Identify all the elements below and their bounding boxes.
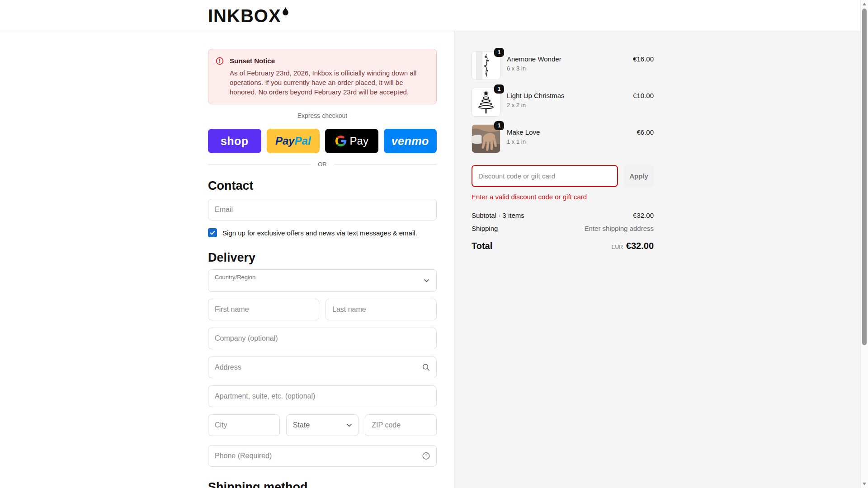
state-label: State <box>293 421 310 429</box>
quantity-badge: 1 <box>494 48 504 57</box>
subtotal-label: Subtotal · 3 items <box>472 211 524 220</box>
item-price: €10.00 <box>633 91 654 100</box>
discount-code-input[interactable] <box>472 165 618 187</box>
inkbox-logo[interactable]: INKBOX <box>208 6 288 25</box>
quantity-badge: 1 <box>494 84 504 94</box>
shop-pay-button[interactable]: shop <box>208 129 261 153</box>
item-title: Anemone Wonder <box>507 55 561 63</box>
delivery-heading: Delivery <box>208 250 437 265</box>
express-checkout-buttons: shop PayPal Pay venmo <box>208 129 437 153</box>
notice-text: As of February 23rd, 2026, Inkbox is off… <box>230 68 431 97</box>
venmo-button[interactable]: venmo <box>384 129 437 153</box>
express-checkout-label: Express checkout <box>208 112 437 120</box>
paypal-button[interactable]: PayPal <box>267 129 320 153</box>
chevron-down-icon <box>346 422 353 429</box>
warning-icon <box>216 57 224 97</box>
venmo-wordmark: venmo <box>392 135 429 148</box>
item-title: Light Up Christmas <box>507 91 565 100</box>
total-value: €32.00 <box>626 241 654 251</box>
state-select[interactable]: State <box>286 414 359 436</box>
item-price: €6.00 <box>637 128 654 136</box>
help-icon[interactable]: ? <box>422 452 430 460</box>
marketing-optin-checkbox[interactable] <box>208 228 217 237</box>
svg-text:?: ? <box>425 453 428 458</box>
paypal-wordmark: Pay <box>275 135 295 147</box>
subtotal-value: €32.00 <box>633 211 654 220</box>
cart-item: 1 Make Love €6.00 1 x 1 in <box>472 124 654 153</box>
item-title: Make Love <box>507 128 540 136</box>
search-icon <box>422 363 430 372</box>
item-size: 2 x 2 in <box>507 102 654 108</box>
zip-code-input[interactable] <box>365 414 437 436</box>
contact-heading: Contact <box>208 178 437 193</box>
chevron-down-icon <box>423 277 430 284</box>
google-pay-button[interactable]: Pay <box>325 129 378 153</box>
sunset-notice-banner: Sunset Notice As of February 23rd, 2026,… <box>208 49 437 104</box>
company-input[interactable] <box>208 328 437 349</box>
scrollbar-thumb[interactable] <box>862 9 867 345</box>
country-region-label: Country/Region <box>215 274 255 281</box>
item-size: 1 x 1 in <box>507 138 654 145</box>
gpay-wordmark: Pay <box>350 135 368 147</box>
order-summary-panel: 1 Anemone Wonder €16.00 6 x 3 in <box>454 31 860 488</box>
shop-pay-wordmark: shop <box>221 135 249 148</box>
apply-discount-button[interactable]: Apply <box>624 165 654 187</box>
total-label: Total <box>472 241 492 251</box>
or-label: OR <box>318 161 327 168</box>
discount-error-message: Enter a valid discount code or gift card <box>472 192 654 201</box>
inkbox-logo-text: INKBOX <box>208 6 281 25</box>
country-region-select[interactable]: Country/Region <box>208 269 437 292</box>
address-input[interactable] <box>208 357 437 378</box>
first-name-input[interactable] <box>208 299 319 320</box>
checkout-main-panel: Sunset Notice As of February 23rd, 2026,… <box>0 31 454 488</box>
shipping-value: Enter shipping address <box>585 224 654 233</box>
ink-drop-icon <box>283 7 288 17</box>
or-divider: OR <box>208 160 437 168</box>
scrollbar-up-arrow[interactable] <box>863 3 866 5</box>
shipping-method-heading: Shipping method <box>208 479 437 488</box>
scrollbar-down-arrow[interactable] <box>863 483 866 485</box>
cart-item: 1 Light Up Christmas €10.00 2 x 2 in <box>472 88 654 117</box>
email-input[interactable] <box>208 199 437 221</box>
quantity-badge: 1 <box>494 121 504 130</box>
divider-line <box>208 164 311 164</box>
divider-line <box>334 164 437 164</box>
cart-item: 1 Anemone Wonder €16.00 6 x 3 in <box>472 51 654 80</box>
apartment-input[interactable] <box>208 385 437 407</box>
notice-title: Sunset Notice <box>230 56 431 65</box>
city-input[interactable] <box>208 414 280 436</box>
google-g-icon <box>335 135 347 147</box>
currency-code: EUR <box>611 244 623 250</box>
marketing-optin-label: Sign up for exclusive offers and news vi… <box>222 229 417 237</box>
last-name-input[interactable] <box>326 299 437 320</box>
shipping-label: Shipping <box>472 224 498 233</box>
checkout-header: INKBOX <box>0 0 868 31</box>
item-price: €16.00 <box>633 55 654 63</box>
phone-input[interactable] <box>208 445 437 467</box>
checkmark-icon <box>209 230 216 236</box>
item-size: 6 x 3 in <box>507 65 654 72</box>
page-scrollbar[interactable] <box>860 0 868 488</box>
